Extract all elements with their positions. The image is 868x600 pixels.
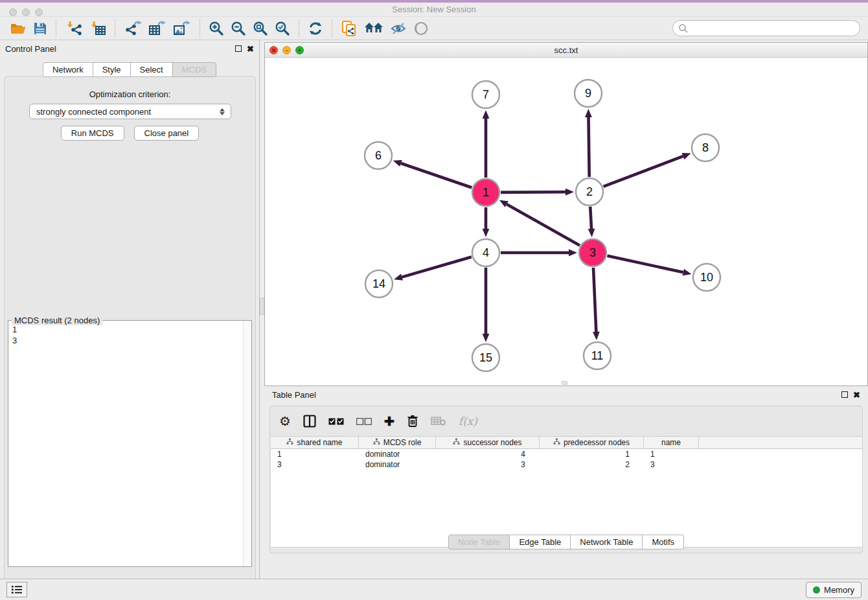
result-scrollbar[interactable] [243, 321, 251, 566]
tab-mcds[interactable]: MCDS [173, 62, 216, 77]
horizontal-splitter-grip[interactable] [562, 381, 567, 385]
control-panel-title: Control Panel [5, 44, 235, 54]
graph-edge-1-2[interactable] [501, 192, 565, 192]
minimize-window-button[interactable] [22, 8, 30, 16]
graph-edge-1-6[interactable] [401, 163, 472, 188]
cell-shared-name[interactable]: 3 [271, 459, 359, 470]
graph-edge-2-8[interactable] [604, 156, 683, 187]
cell-predecessor-nodes[interactable]: 1 [540, 449, 644, 459]
column-header-name[interactable]: name [644, 437, 699, 448]
network-canvas[interactable]: 7968124314101511 [265, 58, 867, 386]
import-table-icon[interactable] [86, 19, 109, 38]
edge-arrowhead [569, 249, 577, 257]
column-header-successor-nodes[interactable]: successor nodes [436, 437, 540, 448]
node-label: 4 [483, 246, 489, 259]
deselect-all-columns-icon[interactable] [356, 418, 372, 425]
delete-column-icon[interactable] [407, 415, 418, 428]
cell-shared-name[interactable]: 1 [271, 449, 359, 459]
optimization-criterion-select[interactable]: strongly connected component [29, 104, 231, 119]
column-header-shared-name[interactable]: shared name [271, 437, 359, 448]
task-history-icon[interactable] [6, 582, 27, 597]
column-header-label: shared name [297, 438, 342, 447]
graph-edge-4-14[interactable] [402, 257, 472, 277]
mcds-result-text[interactable]: 1 3 [8, 322, 242, 566]
maximize-view-button[interactable]: + [295, 46, 304, 54]
tab-network[interactable]: Network [43, 62, 93, 77]
close-panel-button[interactable]: Close panel [134, 126, 200, 141]
graph-edge-2-9[interactable] [588, 117, 589, 177]
run-mcds-button[interactable]: Run MCDS [61, 126, 124, 141]
graph-edge-2-3[interactable] [590, 207, 591, 229]
cell-MCDS-role[interactable]: dominator [359, 459, 436, 470]
edge-arrowhead [683, 269, 692, 276]
cell-name[interactable]: 1 [644, 449, 699, 459]
optimization-criterion-label: Optimization criterion: [5, 89, 255, 99]
export-network-icon[interactable] [120, 19, 145, 38]
column-header-predecessor-nodes[interactable]: predecessor nodes [540, 437, 644, 448]
node-label: 2 [586, 185, 593, 198]
cell-successor-nodes[interactable]: 4 [436, 449, 540, 459]
export-image-icon[interactable] [170, 19, 194, 38]
refresh-icon[interactable] [304, 19, 326, 38]
app-window: Session: New Session [0, 0, 868, 600]
show-hidden-icon[interactable] [410, 19, 432, 38]
zoom-fit-icon[interactable] [249, 19, 271, 38]
import-network-icon[interactable] [62, 19, 86, 38]
cell-predecessor-nodes[interactable]: 2 [540, 459, 644, 470]
status-bar: Memory [0, 579, 868, 600]
open-folder-icon[interactable] [6, 20, 30, 37]
table-row[interactable]: 1dominator411 [271, 449, 862, 459]
cell-name[interactable]: 3 [644, 459, 699, 470]
close-window-button[interactable] [9, 8, 17, 16]
float-table-panel-icon[interactable] [841, 391, 848, 398]
zoom-window-button[interactable] [35, 8, 43, 16]
export-table-icon[interactable] [145, 19, 170, 38]
table-tabs: Node TableEdge TableNetwork TableMotifs [270, 535, 862, 549]
table-panel-title: Table Panel [272, 390, 841, 400]
show-columns-icon[interactable] [303, 415, 316, 428]
attribute-tree-icon [286, 438, 293, 447]
graph-edge-3-10[interactable] [607, 256, 683, 272]
table-tab-edge-table[interactable]: Edge Table [510, 535, 571, 549]
table-tab-motifs[interactable]: Motifs [643, 535, 684, 549]
toolbar-separator [115, 19, 115, 38]
cell-successor-nodes[interactable]: 3 [436, 459, 540, 470]
select-all-columns-icon[interactable] [328, 418, 344, 425]
close-view-button[interactable]: ✕ [269, 46, 278, 54]
tab-style[interactable]: Style [93, 62, 131, 77]
zoom-selected-icon[interactable] [271, 19, 293, 38]
table-toolbar: ⚙ ✚ f(x) [270, 406, 477, 436]
tab-select[interactable]: Select [131, 62, 173, 77]
hide-selected-icon[interactable] [387, 20, 410, 37]
toolbar-separator [332, 19, 332, 38]
edge-arrowhead [565, 189, 574, 196]
zoom-out-icon[interactable] [227, 19, 249, 38]
cell-MCDS-role[interactable]: dominator [359, 449, 436, 459]
table-row[interactable]: 3dominator323 [271, 459, 862, 470]
add-column-icon[interactable]: ✚ [384, 415, 394, 428]
graph-edge-3-1[interactable] [507, 204, 580, 246]
function-builder-icon[interactable]: f(x) [459, 415, 477, 428]
close-table-panel-icon[interactable]: ✖ [853, 391, 860, 399]
node-label: 1 [483, 186, 489, 199]
column-header-MCDS-role[interactable]: MCDS role [359, 437, 436, 448]
delete-table-icon[interactable] [431, 416, 446, 426]
duplicate-network-icon[interactable] [337, 19, 361, 38]
node-label: 9 [585, 87, 591, 100]
select-stepper-icon [216, 108, 228, 115]
home-networks-icon[interactable] [361, 20, 387, 37]
zoom-in-icon[interactable] [205, 19, 227, 38]
close-panel-icon[interactable]: ✖ [247, 45, 254, 53]
table-settings-gear-icon[interactable]: ⚙ [279, 415, 291, 428]
column-header-label: successor nodes [463, 438, 521, 447]
table-tab-node-table[interactable]: Node Table [448, 535, 510, 549]
memory-button[interactable]: Memory [806, 582, 862, 598]
search-icon [678, 23, 689, 34]
float-panel-icon[interactable] [235, 45, 242, 52]
minimize-view-button[interactable]: − [282, 46, 291, 54]
graph-edge-3-11[interactable] [593, 268, 596, 332]
save-session-icon[interactable] [30, 20, 51, 37]
vertical-splitter-grip[interactable] [260, 298, 264, 315]
table-tab-network-table[interactable]: Network Table [571, 535, 643, 549]
search-input[interactable] [689, 22, 860, 35]
